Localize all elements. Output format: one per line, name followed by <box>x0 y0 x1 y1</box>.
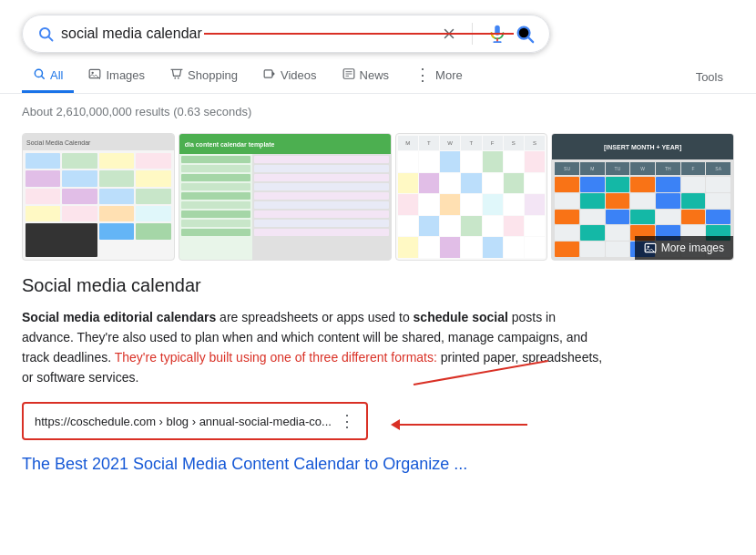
tab-news[interactable]: News <box>332 60 401 93</box>
svg-rect-9 <box>90 69 101 77</box>
more-images-badge[interactable]: More images <box>635 236 733 260</box>
tab-all[interactable]: All <box>22 60 74 93</box>
url-text: https://coschedule.com › blog › annual-s… <box>35 415 332 428</box>
snippet-bold-2: schedule social <box>414 310 508 324</box>
all-icon <box>33 67 46 83</box>
tab-all-label: All <box>50 68 63 82</box>
snippet-text-1: are spreadsheets or apps used to <box>220 310 413 324</box>
url-menu-button[interactable]: ⋮ <box>339 411 355 431</box>
search-icon <box>515 24 535 44</box>
shopping-icon <box>170 67 183 83</box>
svg-rect-13 <box>264 70 272 77</box>
svg-point-12 <box>178 77 179 79</box>
snippet-link-1: They're typically built using one of thr… <box>115 350 437 365</box>
search-annotation-arrow <box>204 33 514 35</box>
tab-shopping-label: Shopping <box>188 68 238 82</box>
tab-videos[interactable]: Videos <box>252 60 328 93</box>
image-3[interactable]: M T W T F S S <box>395 133 548 261</box>
images-icon <box>88 67 101 83</box>
search-icon-small <box>37 26 54 42</box>
svg-point-11 <box>174 77 176 79</box>
svg-marker-14 <box>272 71 275 77</box>
url-result-box: https://coschedule.com › blog › annual-s… <box>22 402 368 440</box>
arrow-line-horizontal <box>400 424 527 426</box>
main-content: Social media calendar Social media edito… <box>0 275 756 474</box>
svg-line-6 <box>528 37 533 42</box>
result-snippet: Social media editorial calendars are spr… <box>22 307 605 387</box>
results-count: About 2,610,000,000 results (0.63 second… <box>22 105 251 118</box>
videos-icon <box>263 67 276 83</box>
url-annotation-arrow <box>391 419 527 430</box>
result-link[interactable]: The Best 2021 Social Media Content Calen… <box>22 455 467 473</box>
search-button[interactable] <box>515 24 535 44</box>
image-strip: Social Media Calendar <box>22 133 734 261</box>
tab-more[interactable]: ⋮ More <box>404 61 474 93</box>
news-icon <box>342 67 355 83</box>
search-bar-wrapper: social media calendar <box>22 15 550 53</box>
svg-rect-19 <box>645 243 656 252</box>
image-2[interactable]: dia content calendar template <box>179 133 392 261</box>
more-icon: ⋮ <box>414 67 431 83</box>
nav-tabs: All Images Shopping Videos News ⋮ More T… <box>0 53 756 94</box>
tab-videos-label: Videos <box>281 68 317 82</box>
search-bar: social media calendar <box>22 15 550 53</box>
tools-tab[interactable]: Tools <box>685 63 734 91</box>
results-info: About 2,610,000,000 results (0.63 second… <box>0 94 756 129</box>
tab-images-label: Images <box>106 68 145 82</box>
arrow-head-left <box>391 419 400 430</box>
result-heading: Social media calendar <box>22 275 734 296</box>
svg-point-10 <box>92 72 94 74</box>
image-4[interactable]: [INSERT MONTH + YEAR] SU M TU W TH F SA <box>551 133 734 261</box>
svg-point-20 <box>647 246 649 248</box>
snippet-bold-1: Social media editorial calendars <box>22 310 216 324</box>
tab-shopping[interactable]: Shopping <box>159 60 249 93</box>
svg-line-1 <box>48 36 52 40</box>
arrow-line <box>204 33 514 35</box>
image-icon <box>644 242 657 254</box>
result-link-container: The Best 2021 Social Media Content Calen… <box>22 455 734 474</box>
header: social media calendar <box>0 0 756 53</box>
tab-images[interactable]: Images <box>77 60 156 93</box>
image-1[interactable]: Social Media Calendar <box>22 133 175 261</box>
more-images-label: More images <box>661 242 724 254</box>
svg-line-8 <box>41 76 44 78</box>
tab-more-label: More <box>435 68 463 82</box>
tab-news-label: News <box>360 68 390 82</box>
